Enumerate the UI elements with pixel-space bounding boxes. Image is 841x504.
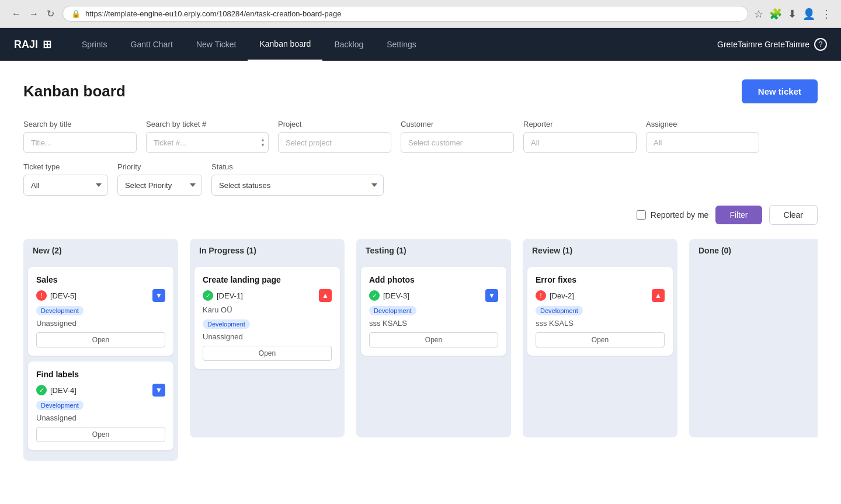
open-btn-dev2[interactable]: Open	[536, 332, 665, 347]
chevron-btn-dev3[interactable]: ▼	[485, 289, 498, 302]
ticket-type-label: Ticket type	[23, 162, 108, 171]
assignee-group: Assignee	[646, 120, 759, 153]
card-dev-5: Sales ! [DEV-5] ▼ Development Unassigned…	[28, 267, 173, 356]
priority-icon-green-1: ✓	[203, 290, 213, 301]
status-select[interactable]: Select statuses	[211, 175, 384, 196]
card-dev-1-id-left: ✓ [DEV-1]	[203, 290, 243, 301]
extensions-icon[interactable]: 🧩	[769, 8, 782, 20]
clear-button[interactable]: Clear	[769, 205, 818, 225]
customer-input[interactable]	[401, 132, 514, 153]
card-dev-5-title: Sales	[36, 275, 165, 284]
status-group: Status Select statuses	[211, 162, 384, 196]
logo-text: RAJI	[14, 39, 38, 51]
new-ticket-button[interactable]: New ticket	[742, 79, 818, 103]
chevron-btn-dev4[interactable]: ▼	[152, 384, 165, 397]
priority-select[interactable]: Select Priority	[117, 175, 202, 196]
logo-icon: ⊞	[43, 38, 51, 51]
help-button[interactable]: ?	[814, 38, 827, 51]
ticket-type-select[interactable]: All	[23, 175, 108, 196]
reporter-label: Reporter	[523, 120, 637, 128]
open-btn-dev4[interactable]: Open	[36, 427, 165, 442]
page-header: Kanban board New ticket	[23, 79, 818, 103]
column-done-body	[689, 262, 818, 437]
open-btn-dev1[interactable]: Open	[203, 346, 332, 361]
ticket-type-group: Ticket type All	[23, 162, 108, 196]
tag-dev3: Development	[369, 306, 416, 315]
card-dev-3-title: Add photos	[369, 275, 498, 284]
assignee-label: Assignee	[646, 120, 759, 128]
priority-label: Priority	[117, 162, 202, 171]
reporter-group: Reporter	[523, 120, 637, 153]
column-in-progress: In Progress (1) Create landing page ✓ [D…	[190, 239, 345, 461]
open-btn-dev5[interactable]: Open	[36, 332, 165, 347]
filters-row-1: Search by title Search by ticket # ▲ ▼ P…	[23, 120, 818, 153]
card-dev-5-id-row: ! [DEV-5] ▼	[36, 289, 165, 302]
status-label: Status	[211, 162, 384, 171]
card-dev-4-id: [DEV-4]	[50, 386, 77, 395]
bookmark-icon[interactable]: ☆	[754, 8, 763, 20]
nav-gantt-chart[interactable]: Gantt Chart	[119, 28, 185, 61]
spinner-down[interactable]: ▼	[260, 143, 265, 148]
priority-icon-red-2: !	[536, 290, 546, 301]
filter-button[interactable]: Filter	[715, 206, 762, 224]
page-content: Kanban board New ticket Search by title …	[0, 61, 841, 504]
chevron-btn-dev5[interactable]: ▼	[152, 289, 165, 302]
back-button[interactable]: ←	[9, 8, 23, 20]
profile-icon[interactable]: 👤	[802, 8, 815, 20]
nav-new-ticket[interactable]: New Ticket	[185, 28, 248, 61]
browser-right-icons: ☆ 🧩 ⬇ 👤 ⋮	[754, 8, 832, 20]
ticket-number-wrapper: ▲ ▼	[146, 132, 269, 153]
nav-backlog[interactable]: Backlog	[322, 28, 375, 61]
column-in-progress-body: Create landing page ✓ [DEV-1] ▲ Karu OÜ …	[190, 262, 345, 437]
search-by-title-input[interactable]	[23, 132, 137, 153]
card-dev-2: Error fixes ! [Dev-2] ▲ Development sss …	[527, 267, 673, 356]
reported-by-me-checkbox[interactable]	[637, 210, 646, 220]
search-by-ticket-group: Search by ticket # ▲ ▼	[146, 120, 269, 153]
nav-sprints[interactable]: Sprints	[70, 28, 119, 61]
nav-settings[interactable]: Settings	[375, 28, 428, 61]
ticket-spinner: ▲ ▼	[260, 138, 265, 148]
assignee-dev1: Unassigned	[203, 332, 332, 341]
reload-button[interactable]: ↻	[44, 7, 57, 20]
card-dev-3-id-row: ✓ [DEV-3] ▼	[369, 289, 498, 302]
card-dev-3-id: [DEV-3]	[383, 291, 409, 300]
spinner-up[interactable]: ▲	[260, 138, 265, 142]
column-review-header: Review (1)	[523, 239, 677, 262]
nav-user: GreteTaimre GreteTaimre ?	[717, 38, 827, 51]
tag-dev4: Development	[36, 401, 84, 410]
card-dev-2-id: [Dev-2]	[550, 291, 574, 300]
forward-button[interactable]: →	[27, 8, 41, 20]
reported-by-me-label[interactable]: Reported by me	[637, 210, 709, 220]
open-btn-dev3[interactable]: Open	[369, 332, 498, 347]
download-icon[interactable]: ⬇	[788, 8, 797, 20]
column-done: Done (0)	[689, 239, 818, 461]
address-bar[interactable]: 🔒 https://template-engine-eu10.erply.com…	[62, 6, 748, 22]
card-dev-3: Add photos ✓ [DEV-3] ▼ Development sss K…	[361, 267, 506, 356]
column-testing-header: Testing (1)	[356, 239, 511, 262]
card-dev-5-id-left: ! [DEV-5]	[36, 290, 77, 301]
priority-group: Priority Select Priority	[117, 162, 202, 196]
search-by-ticket-input[interactable]	[146, 132, 269, 153]
tag-dev5: Development	[36, 306, 84, 315]
column-testing-body: Add photos ✓ [DEV-3] ▼ Development sss K…	[356, 262, 511, 437]
column-review: Review (1) Error fixes ! [Dev-2] ▲ Devel…	[523, 239, 677, 461]
card-dev-3-id-left: ✓ [DEV-3]	[369, 290, 409, 301]
reporter-input[interactable]	[523, 132, 637, 153]
customer-dev2: sss KSALS	[536, 319, 665, 328]
nav-links: Sprints Gantt Chart New Ticket Kanban bo…	[70, 28, 717, 61]
menu-icon[interactable]: ⋮	[821, 8, 832, 20]
customer-group: Customer	[401, 120, 514, 153]
reported-by-me-text: Reported by me	[651, 210, 709, 220]
project-input[interactable]	[278, 132, 391, 153]
chevron-btn-dev2[interactable]: ▲	[652, 289, 665, 302]
filters-row-2: Ticket type All Priority Select Priority…	[23, 162, 818, 196]
logo: RAJI ⊞	[14, 38, 51, 51]
card-dev-2-id-row: ! [Dev-2] ▲	[536, 289, 665, 302]
card-dev-2-id-left: ! [Dev-2]	[536, 290, 574, 301]
card-dev-1-title: Create landing page	[203, 275, 332, 284]
chevron-btn-dev1[interactable]: ▲	[319, 289, 332, 302]
assignee-input[interactable]	[646, 132, 759, 153]
assignee-dev5: Unassigned	[36, 319, 165, 328]
nav-kanban-board[interactable]: Kanban board	[248, 28, 322, 61]
card-dev-1: Create landing page ✓ [DEV-1] ▲ Karu OÜ …	[194, 267, 340, 369]
